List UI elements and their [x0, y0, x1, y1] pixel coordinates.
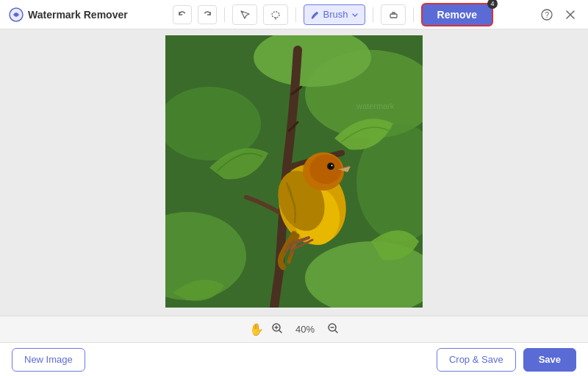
- selection-tool-button[interactable]: [232, 4, 257, 25]
- brush-tool-button[interactable]: Brush: [304, 4, 365, 25]
- hand-tool-button[interactable]: ✋: [249, 322, 264, 336]
- eraser-tool-button[interactable]: [381, 4, 406, 25]
- image-container: watermark: [165, 35, 423, 311]
- svg-point-19: [331, 165, 333, 166]
- notification-area: Remove 4: [421, 3, 493, 26]
- toolbar: Brush Remove 4: [128, 3, 538, 26]
- close-button[interactable]: [562, 6, 579, 24]
- zoom-in-button[interactable]: [271, 322, 283, 337]
- title-bar: Watermark Remover Brush Remove 4: [0, 0, 588, 29]
- save-button[interactable]: Save: [523, 348, 576, 372]
- app-logo-icon: [9, 7, 24, 22]
- crop-save-button[interactable]: Crop & Save: [437, 348, 516, 372]
- toolbar-divider-3: [373, 7, 373, 22]
- svg-point-1: [272, 12, 279, 18]
- toolbar-divider-1: [224, 7, 225, 22]
- bird-image: watermark: [165, 35, 423, 308]
- bottom-left-actions: New Image: [12, 348, 85, 372]
- svg-point-18: [329, 164, 333, 169]
- app-title: Watermark Remover: [28, 9, 128, 21]
- bottom-bar: New Image Crop & Save Save: [0, 342, 588, 376]
- brush-label: Brush: [323, 9, 348, 20]
- notification-badge: 4: [487, 0, 498, 9]
- bottom-right-actions: Crop & Save Save: [437, 348, 576, 372]
- zoom-level: 40%: [290, 324, 320, 335]
- svg-text:?: ?: [545, 11, 550, 19]
- svg-point-16: [309, 155, 342, 184]
- window-controls: ?: [538, 6, 579, 24]
- toolbar-divider-2: [295, 7, 296, 22]
- canvas-area[interactable]: watermark: [0, 29, 588, 316]
- title-left: Watermark Remover: [9, 7, 128, 22]
- toolbar-divider-4: [413, 7, 414, 22]
- undo-button[interactable]: [173, 5, 192, 24]
- help-button[interactable]: ?: [538, 6, 556, 24]
- new-image-button[interactable]: New Image: [12, 348, 85, 372]
- redo-button[interactable]: [198, 5, 217, 24]
- svg-text:watermark: watermark: [356, 102, 395, 110]
- svg-rect-2: [390, 14, 397, 18]
- zoom-out-button[interactable]: [327, 322, 339, 336]
- lasso-tool-button[interactable]: [263, 4, 288, 25]
- zoom-bar: ✋ 40%: [0, 316, 588, 342]
- remove-button[interactable]: Remove: [421, 3, 493, 26]
